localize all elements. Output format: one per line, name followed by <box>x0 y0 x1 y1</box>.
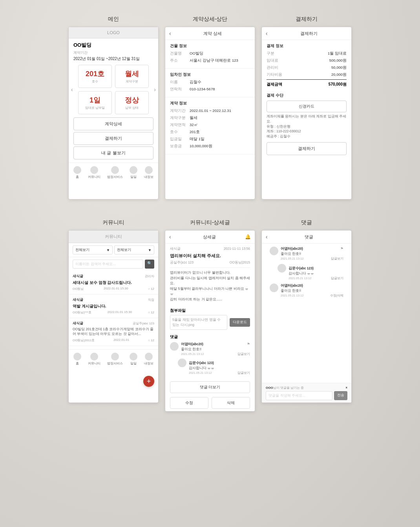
detail-edit-btn[interactable]: 수정 <box>170 397 208 409</box>
detail-comment-title: 댓글 <box>170 335 250 340</box>
comments-back-btn[interactable]: ‹ <box>266 234 268 240</box>
payment-info-section: 결제 정보 구분 1월 임대료 임대료 500,000원 관리비 50,000원… <box>262 40 351 90</box>
main-frame: LOGO OO빌딩 계약기간 2022년 01월 01일 ~2022년 12월 … <box>68 27 159 199</box>
community-title: 커뮤니티 <box>102 219 124 226</box>
unit-label: 호수 <box>82 79 108 84</box>
payment-back-btn[interactable]: ‹ <box>266 30 268 37</box>
payment-mgmt-row: 관리비 50,000원 <box>267 65 347 70</box>
comment-2-avatar <box>270 284 278 292</box>
comm-nav-home[interactable]: 홈 <box>73 353 81 366</box>
nav-legal[interactable]: 법정서비스 <box>107 166 123 179</box>
comment-1-nested-meta: 2021.05.21 13:12 답글보기 <box>289 276 343 280</box>
payment-btn[interactable]: 결제하기 <box>73 132 153 145</box>
name-value: 김철수 <box>190 80 201 85</box>
detail-delete-btn[interactable]: 삭제 <box>212 397 250 409</box>
comments-header-title: 댓글 <box>271 234 347 240</box>
daily-icon <box>130 166 137 174</box>
filter1-arrow: ▼ <box>106 248 110 252</box>
cards-area: ‹ 201호 호수 월세 계약구분 1일 임대료 납부일 <box>69 65 158 114</box>
post-3[interactable]: 새식글 공실주(abc 123 OO빌딩 201호건데 1층 코라수가게앞에 코… <box>69 318 158 346</box>
comm-nav-daily[interactable]: 일일 <box>130 353 137 366</box>
comm-nav-legal[interactable]: 법정서비스 <box>107 353 123 366</box>
post-3-tag: 새식글 <box>73 321 83 326</box>
fab-button[interactable]: + <box>143 376 154 387</box>
detail-back-btn[interactable]: ‹ <box>169 234 171 240</box>
detail-comment-1-reply-btn[interactable]: 답글보기 <box>237 352 250 356</box>
nav-mypage[interactable]: 내정보 <box>144 166 153 179</box>
post-2-likes: ○ 12 <box>148 310 154 315</box>
detail-more-comments-btn[interactable]: 댓글 더보기 <box>170 381 250 393</box>
contract-screen-wrapper: 계약상세-상단 ‹ 계약 상세 건물 정보 건물명 OO빌딩 주소 서울시 강남… <box>165 16 255 199</box>
comment-1-nested-avatar <box>278 264 286 273</box>
comm-nav-community[interactable]: 커뮤니티 <box>88 353 100 366</box>
name-label: 이름 <box>170 80 190 85</box>
nav-home[interactable]: 홈 <box>73 166 81 179</box>
post-3-content: OO빌딩 201호건데 1층 코라수가게앞에 코라수가 줄어 부색이 있는데 아… <box>73 327 154 337</box>
reply-send-btn[interactable]: 전송 <box>334 391 347 400</box>
contract-type-value: 월세 <box>190 115 197 121</box>
comment-1-reply-btn[interactable]: 답글보기 <box>331 257 343 261</box>
post-2[interactable]: 새식글 직접 역발 게시글입니다. OO동님|***호 2022.01.01 1… <box>69 295 158 318</box>
reply-input-label: OOO님이 댓글을 남기는 중 x <box>266 386 347 390</box>
detail-download-btn[interactable]: 다운로드 <box>230 318 250 327</box>
comment-1-nested-text: 감사합니다 ㅠㅠ <box>289 271 343 276</box>
status-value: 정상 <box>119 95 145 105</box>
community-detail-title: 커뮤니티-상세글 <box>190 219 230 226</box>
comment-2-body: 어댑터(abc20) 좋아요 한호!! 2021.05.21 13:12 수정|… <box>281 284 343 298</box>
main-title: 메인 <box>108 16 119 23</box>
status-card: 정상 납부 상태 <box>115 91 149 114</box>
phone-label: 연락처 <box>170 87 190 92</box>
reply-close-btn[interactable]: x <box>346 386 347 389</box>
payment-rent-row: 임대료 500,000원 <box>267 58 347 63</box>
detail-nested-comment-meta: 2021.05.21 13:12 답글보기 <box>189 371 250 375</box>
contract-detail-btn[interactable]: 계약상세 <box>73 117 153 130</box>
post-3-likes: ○ 12 <box>148 338 154 342</box>
post-3-author: OO동님|2011호 <box>73 338 95 342</box>
filter2-select[interactable]: 전체보기 ▼ <box>114 245 154 254</box>
comment-1-nested-reply-btn[interactable]: 답글보기 <box>331 276 343 280</box>
prev-arrow[interactable]: ‹ <box>71 86 73 93</box>
comment-1-author: 어댑터(abc20) <box>281 247 303 251</box>
comment-1-date: 2021.05.21 13:12 <box>281 257 303 261</box>
day-card: 1일 임대료 납부일 <box>78 91 112 114</box>
address-value: 서울시 강남구 데헤란로 123 <box>190 58 238 63</box>
contract-frame: ‹ 계약 상세 건물 정보 건물명 OO빌딩 주소 서울시 강남구 데헤란로 1… <box>165 27 255 199</box>
comment-1-nested-date: 2021.05.21 13:12 <box>289 276 311 280</box>
nav-daily[interactable]: 일일 <box>130 166 137 179</box>
community-detail-frame: ‹ 상세글 🔔 새식글 2021-11-11 13:56 앱리뷰이터 설치해 주… <box>165 230 255 412</box>
comment-1-icons: ⚑ <box>340 247 343 251</box>
detail-post-content: 앱리뷰이터가 없으니 너무 불편합니다. 관리비를 다니는 일시에 앱레저이터 … <box>170 267 250 302</box>
payment-other-value: 20,000원 <box>331 72 347 77</box>
comment-1-nested-author: 김문수(abc 123) <box>289 266 314 270</box>
comment-2-action[interactable]: 수정|삭제 <box>330 294 343 298</box>
detail-notify-icon[interactable]: 🔔 <box>245 234 251 240</box>
cards-row-2: 1일 임대료 납부일 정상 납부 상태 <box>78 91 149 114</box>
contract-back-btn[interactable]: ‹ <box>169 30 171 37</box>
filter1-select[interactable]: 전체보기 ▼ <box>73 245 113 254</box>
contract-type-row: 계약구분 월세 <box>170 115 250 121</box>
post-2-title: 역발 게시글입니다. <box>73 304 154 309</box>
contract-type-label: 계약구분 <box>170 115 190 121</box>
comment-2-author-row: 어댑터(abc20) <box>281 284 343 288</box>
next-arrow[interactable]: › <box>154 86 156 93</box>
comm-nav-mypage[interactable]: 내정보 <box>144 353 153 366</box>
filter1-label: 전체보기 <box>75 247 89 253</box>
detail-header-title: 상세글 <box>174 234 245 240</box>
comment-1-nested-body: 김문수(abc 123) 감사합니다 ㅠㅠ 2021.05.21 13:12 답… <box>289 264 343 280</box>
my-posts-btn[interactable]: 내 글 불보기 <box>73 146 153 159</box>
search-button[interactable]: 🔍 <box>145 260 154 269</box>
detail-nested-comment-body: 김문수(abc 123) 감사합니다 ㅠㅠ 2021.05.21 13:12 답… <box>189 359 250 375</box>
post-2-footer: OO동님|***호 2022.01.01 15:30 ○ 12 <box>73 310 154 315</box>
card-select-btn[interactable]: 신경카드 <box>267 101 347 112</box>
contract-header-title: 계약 상세 <box>174 31 251 37</box>
search-input[interactable]: 이름이든 검색어 주세요... <box>73 260 143 269</box>
post-1-date: 2022.01.01 15:30 <box>104 287 128 291</box>
reply-text-input[interactable]: 댓글을 작성해 주세요... <box>266 391 332 400</box>
payment-confirm-btn[interactable]: 결제하기 <box>267 142 347 155</box>
detail-nested-reply-btn[interactable]: 답글보기 <box>237 371 250 375</box>
post-1[interactable]: 새식글 관리자 세대시설 보수 엄청 감사드립니다. OO동님 2022.01.… <box>69 271 158 295</box>
post-1-author: OO동님 <box>73 287 84 291</box>
nav-community[interactable]: 커뮤니티 <box>88 166 100 179</box>
detail-comment-1-meta: 2021.05.21 13:12 답글보기 <box>181 352 250 356</box>
post-3-meta: 새식글 공실주(abc 123 <box>73 321 154 326</box>
